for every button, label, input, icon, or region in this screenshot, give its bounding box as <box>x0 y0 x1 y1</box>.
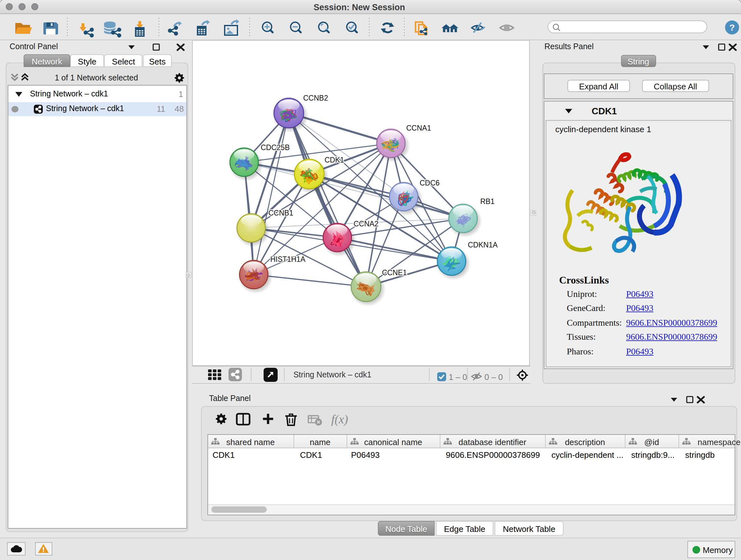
svg-text:HIST1H1A: HIST1H1A <box>270 255 306 263</box>
svg-text:f(x): f(x) <box>331 413 348 426</box>
svg-text:CDK1: CDK1 <box>324 155 344 164</box>
svg-text:CCNA1: CCNA1 <box>406 124 431 132</box>
svg-text:CCNB1: CCNB1 <box>268 208 293 217</box>
svg-text:CCNB2: CCNB2 <box>303 94 328 102</box>
svg-text:CDKN1A: CDKN1A <box>468 240 497 249</box>
svg-text:CDC6: CDC6 <box>419 179 440 187</box>
svg-text:CCNA2: CCNA2 <box>353 219 378 228</box>
svg-text:CCNE1: CCNE1 <box>382 268 407 276</box>
svg-text:RB1: RB1 <box>480 197 494 205</box>
svg-text:CDC25B: CDC25B <box>260 143 289 151</box>
